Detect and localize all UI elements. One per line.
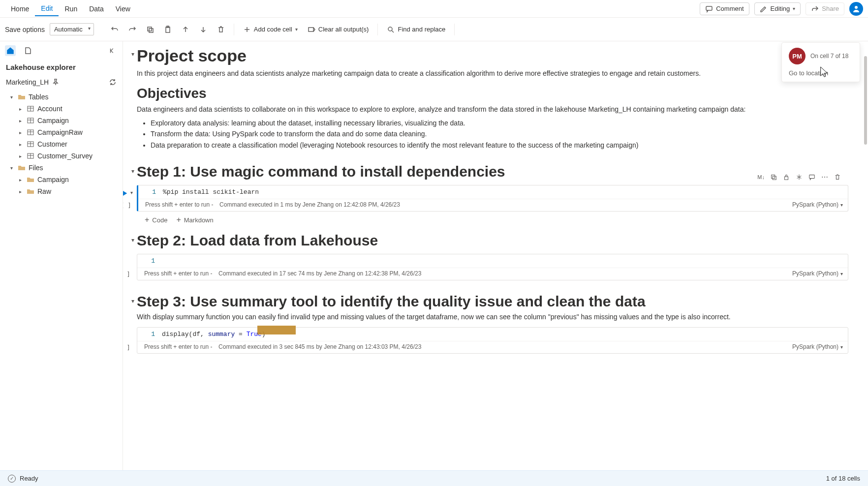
menu-bar: Home Edit Run Data View Comment Editing … (0, 0, 868, 18)
chevron-down-icon: ▾ (793, 6, 795, 11)
menu-edit[interactable]: Edit (35, 1, 59, 16)
menu-data[interactable]: Data (83, 2, 110, 16)
sidebar: Lakehouse explorer Marketing_LH ▾ Tables… (0, 41, 123, 470)
search-icon (387, 26, 395, 33)
chevron-right-icon: ▸ (17, 141, 24, 148)
code-content[interactable]: %pip install scikit-learn (163, 188, 848, 196)
status-ready-icon: ✓ (8, 475, 16, 483)
language-selector[interactable]: PySpark (Python)▾ (792, 270, 843, 277)
tree-table-item[interactable]: ▸CampaignRaw (0, 126, 123, 138)
markdown-toggle[interactable]: M↓ (756, 174, 766, 180)
redo-button[interactable] (124, 23, 140, 36)
find-replace-button[interactable]: Find and replace (383, 23, 449, 36)
delete-cell-icon[interactable] (833, 172, 842, 182)
copy-button[interactable] (142, 23, 158, 36)
objectives-desc: Data engineers and data scientists to co… (137, 104, 848, 115)
cell-collapse-button[interactable]: ▾ (128, 49, 138, 59)
step3-desc: With display summary function you can ea… (137, 312, 848, 322)
svg-point-7 (388, 27, 392, 31)
objective-bullet: Exploratory data analysis: learning abou… (151, 118, 848, 128)
chevron-down-icon: ▾ (8, 164, 15, 171)
menu-run[interactable]: Run (59, 2, 83, 16)
language-selector[interactable]: PySpark (Python)▾ (792, 343, 843, 350)
execution-status: Command executed in 1 ms by Jene Zhang o… (219, 201, 400, 208)
move-down-button[interactable] (195, 23, 211, 36)
tree-files[interactable]: ▾ Files (0, 162, 123, 174)
go-to-location-link[interactable]: Go to location (789, 69, 853, 77)
notebook-content[interactable]: PM On cell 7 of 18 Go to location ▾ Proj… (123, 41, 868, 470)
share-icon (811, 5, 819, 13)
tree-folder-item[interactable]: ▸Campaign (0, 174, 123, 185)
user-avatar[interactable] (849, 2, 863, 16)
sidebar-title: Lakehouse explorer (0, 60, 123, 75)
refresh-icon[interactable] (109, 78, 117, 86)
toolbar: Save options Automatic Add code cell ▾ C… (0, 18, 868, 41)
delete-button[interactable] (213, 23, 229, 36)
undo-button[interactable] (107, 23, 123, 36)
clear-output-button[interactable]: Clear all output(s) (304, 23, 373, 36)
collapse-sidebar-button[interactable] (107, 45, 118, 56)
menu-home[interactable]: Home (5, 2, 35, 16)
run-menu-button[interactable]: ▾ (130, 190, 133, 195)
tree-folder-item[interactable]: ▸Raw (0, 185, 123, 197)
tree-tables[interactable]: ▾ Tables (0, 91, 123, 103)
tree-table-item[interactable]: ▸Customer (0, 138, 123, 150)
lock-icon[interactable] (781, 172, 791, 182)
save-mode-select[interactable]: Automatic (50, 23, 94, 35)
tree-table-item[interactable]: ▸Customer_Survey (0, 150, 123, 162)
code-cell-step1[interactable]: ▾ [ ] 1 %pip install scikit-learn Press … (137, 185, 848, 212)
svg-rect-6 (309, 28, 313, 31)
move-up-button[interactable] (178, 23, 193, 36)
project-scope-desc: In this project data engineers and data … (137, 68, 848, 79)
pin-icon[interactable] (52, 78, 60, 86)
freeze-icon[interactable] (794, 172, 804, 182)
execution-count: [ ] (123, 202, 131, 209)
svg-rect-15 (785, 177, 788, 180)
table-icon (27, 152, 34, 160)
chevron-right-icon: ▸ (17, 117, 24, 124)
selection-highlight (257, 326, 296, 334)
lakehouse-name[interactable]: Marketing_LH (6, 78, 49, 86)
objective-bullet: Data preparation to create a classificat… (151, 140, 848, 151)
markdown-cell-step2[interactable]: ▾ Step 2: Load data from Lakehouse (137, 232, 848, 249)
line-number: 1 (137, 257, 162, 265)
vertical-scrollbar[interactable] (863, 41, 868, 470)
markdown-cell-scope[interactable]: ▾ Project scope In this project data eng… (137, 46, 848, 151)
comment-icon (705, 5, 713, 13)
more-icon[interactable]: ⋯ (820, 172, 830, 182)
share-button[interactable]: Share (806, 2, 844, 15)
code-cell-step3[interactable]: [ ] 1 display(df, summary = True) Press … (137, 327, 848, 354)
markdown-cell-step3[interactable]: ▾ Step 3: Use summary tool to identify t… (137, 293, 848, 322)
lakehouse-tab[interactable] (5, 45, 16, 56)
comment-cell-icon[interactable] (807, 172, 817, 182)
resources-tab[interactable] (23, 45, 33, 56)
tree-table-item[interactable]: ▸Campaign (0, 115, 123, 126)
comment-button[interactable]: Comment (700, 2, 749, 15)
add-markdown-button[interactable]: +Markdown (176, 215, 213, 224)
add-code-cell-button[interactable]: Add code cell ▾ (239, 23, 302, 36)
svg-rect-0 (706, 6, 712, 10)
table-icon (27, 128, 34, 136)
language-selector[interactable]: PySpark (Python)▾ (792, 201, 843, 208)
cell-collapse-button[interactable]: ▾ (128, 296, 138, 306)
tree-table-item[interactable]: ▸Account (0, 103, 123, 115)
objectives-title: Objectives (137, 86, 848, 101)
editing-mode-button[interactable]: Editing ▾ (754, 2, 801, 15)
paste-button[interactable] (160, 23, 176, 36)
presence-card: PM On cell 7 of 18 Go to location (781, 42, 860, 82)
chevron-right-icon: ▸ (17, 129, 24, 136)
svg-rect-2 (148, 27, 152, 31)
cell-collapse-button[interactable]: ▾ (128, 235, 138, 245)
menu-view[interactable]: View (110, 2, 136, 16)
run-cell-button[interactable] (123, 188, 129, 198)
markdown-cell-step1[interactable]: ▾ Step 1: Use magic command to install d… (137, 163, 848, 180)
folder-icon (18, 164, 26, 172)
cell-copy-icon[interactable] (769, 172, 778, 182)
code-content[interactable] (162, 257, 848, 265)
cell-collapse-button[interactable]: ▾ (128, 166, 138, 176)
add-code-button[interactable]: +Code (145, 215, 167, 224)
code-cell-step2[interactable]: [ ] 1 Press shift + enter to run - Comma… (137, 254, 848, 280)
execution-status: Command executed in 17 sec 74 ms by Jene… (218, 270, 421, 277)
folder-icon (18, 93, 26, 101)
toolbar-divider (234, 24, 234, 35)
